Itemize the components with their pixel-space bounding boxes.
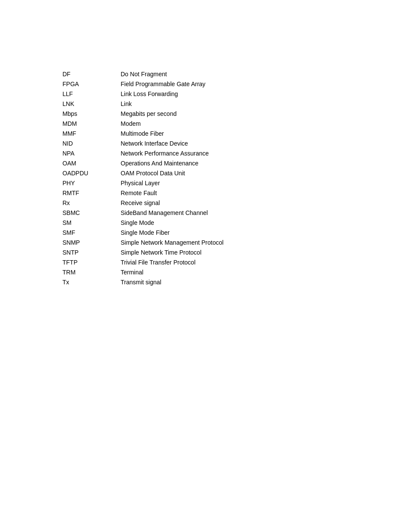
acronym-abbreviation: SNTP — [62, 247, 97, 257]
acronym-row: TRMTerminal — [62, 267, 224, 277]
acronym-row: OAMOperations And Maintenance — [62, 158, 224, 168]
acronym-definition: Do Not Fragment — [97, 69, 224, 79]
acronym-abbreviation: MMF — [62, 128, 97, 138]
acronym-definition: SideBand Management Channel — [97, 208, 224, 218]
acronym-abbreviation: DF — [62, 69, 97, 79]
acronym-row: FPGAField Programmable Gate Array — [62, 79, 224, 89]
acronym-abbreviation: LNK — [62, 99, 97, 109]
acronym-row: LLFLink Loss Forwarding — [62, 89, 224, 99]
acronym-definition: Network Interface Device — [97, 138, 224, 148]
acronym-abbreviation: SBMC — [62, 208, 97, 218]
acronym-row: RMTFRemote Fault — [62, 188, 224, 198]
acronym-row: SMFSingle Mode Fiber — [62, 227, 224, 237]
acronym-abbreviation: Tx — [62, 277, 97, 287]
acronym-row: LNKLink — [62, 99, 224, 109]
acronym-row: SNTPSimple Network Time Protocol — [62, 247, 224, 257]
acronym-definition: Modem — [97, 118, 224, 128]
acronym-row: MDMModem — [62, 118, 224, 128]
acronym-definition: Network Performance Assurance — [97, 148, 224, 158]
acronym-definition: Link Loss Forwarding — [97, 89, 224, 99]
acronym-row: TxTransmit signal — [62, 277, 224, 287]
acronym-row: TFTPTrivial File Transfer Protocol — [62, 257, 224, 267]
acronym-abbreviation: NPA — [62, 148, 97, 158]
acronym-definition: Single Mode — [97, 218, 224, 227]
acronym-table: DFDo Not FragmentFPGAField Programmable … — [62, 69, 224, 287]
acronym-definition: Simple Network Management Protocol — [97, 237, 224, 247]
acronym-definition: Receive signal — [97, 198, 224, 208]
acronym-abbreviation: TFTP — [62, 257, 97, 267]
acronym-row: DFDo Not Fragment — [62, 69, 224, 79]
acronym-definition: Single Mode Fiber — [97, 227, 224, 237]
acronym-definition: Megabits per second — [97, 109, 224, 118]
acronym-row: MbpsMegabits per second — [62, 109, 224, 118]
acronym-abbreviation: NID — [62, 138, 97, 148]
acronym-abbreviation: LLF — [62, 89, 97, 99]
acronym-row: OADPDUOAM Protocol Data Unit — [62, 168, 224, 178]
acronym-abbreviation: FPGA — [62, 79, 97, 89]
acronym-definition: Trivial File Transfer Protocol — [97, 257, 224, 267]
acronym-definition: Transmit signal — [97, 277, 224, 287]
acronym-abbreviation: TRM — [62, 267, 97, 277]
acronym-definition: Physical Layer — [97, 178, 224, 188]
acronym-row: NPANetwork Performance Assurance — [62, 148, 224, 158]
acronym-abbreviation: OADPDU — [62, 168, 97, 178]
acronym-definition: OAM Protocol Data Unit — [97, 168, 224, 178]
acronym-row: PHYPhysical Layer — [62, 178, 224, 188]
acronym-abbreviation: PHY — [62, 178, 97, 188]
acronym-definition: Operations And Maintenance — [97, 158, 224, 168]
acronym-definition: Multimode Fiber — [97, 128, 224, 138]
acronym-definition: Simple Network Time Protocol — [97, 247, 224, 257]
acronym-definition: Field Programmable Gate Array — [97, 79, 224, 89]
acronym-definition: Remote Fault — [97, 188, 224, 198]
acronym-abbreviation: MDM — [62, 118, 97, 128]
acronym-row: MMFMultimode Fiber — [62, 128, 224, 138]
acronym-abbreviation: Mbps — [62, 109, 97, 118]
acronym-abbreviation: SMF — [62, 227, 97, 237]
acronym-abbreviation: OAM — [62, 158, 97, 168]
acronym-abbreviation: Rx — [62, 198, 97, 208]
acronym-definition: Link — [97, 99, 224, 109]
acronym-definition: Terminal — [97, 267, 224, 277]
acronym-abbreviation: SNMP — [62, 237, 97, 247]
acronym-row: SBMCSideBand Management Channel — [62, 208, 224, 218]
acronym-row: NIDNetwork Interface Device — [62, 138, 224, 148]
acronym-row: RxReceive signal — [62, 198, 224, 208]
acronym-row: SMSingle Mode — [62, 218, 224, 227]
acronym-row: SNMPSimple Network Management Protocol — [62, 237, 224, 247]
acronym-abbreviation: SM — [62, 218, 97, 227]
acronym-abbreviation: RMTF — [62, 188, 97, 198]
page-container: DFDo Not FragmentFPGAField Programmable … — [0, 0, 411, 287]
